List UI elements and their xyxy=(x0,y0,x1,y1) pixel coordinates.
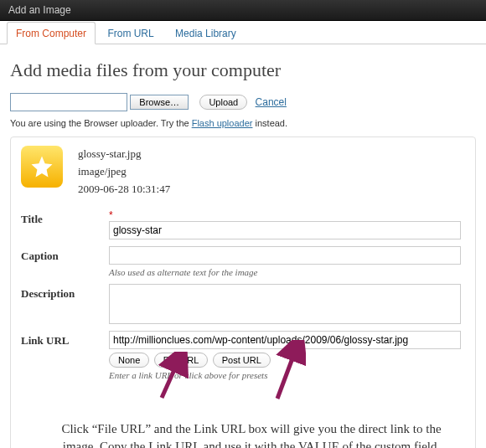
media-meta: glossy-star.jpg image/jpeg 2009-06-28 10… xyxy=(78,146,170,198)
browse-button[interactable]: Browse… xyxy=(130,95,189,110)
linkurl-label: Link URL xyxy=(21,327,109,384)
dialog-title: Add an Image xyxy=(8,4,71,16)
linkurl-none-button[interactable]: None xyxy=(109,353,149,368)
media-filename: glossy-star.jpg xyxy=(78,146,170,163)
media-item: glossy-star.jpg image/jpeg 2009-06-28 10… xyxy=(10,136,476,448)
annotation-text: Click “File URL” and the Link URL box wi… xyxy=(54,420,448,448)
arrow-icon xyxy=(272,340,306,402)
flash-uploader-link[interactable]: Flash uploader xyxy=(192,118,253,128)
tab-from-url[interactable]: From URL xyxy=(98,22,163,44)
arrow-icon xyxy=(155,352,189,402)
upload-row: Browse… Upload Cancel xyxy=(10,93,476,111)
media-head: glossy-star.jpg image/jpeg 2009-06-28 10… xyxy=(21,146,465,198)
caption-input[interactable] xyxy=(109,246,461,265)
media-date: 2009-06-28 10:31:47 xyxy=(78,181,170,198)
media-form: Title * Caption Also used as alternate t… xyxy=(21,206,465,384)
cancel-link[interactable]: Cancel xyxy=(256,96,287,108)
required-marker: * xyxy=(109,209,113,221)
annotation-arrows xyxy=(21,384,465,420)
dialog-header: Add an Image xyxy=(0,0,486,21)
star-icon xyxy=(29,154,54,179)
linkurl-posturl-button[interactable]: Post URL xyxy=(213,353,271,368)
upload-button[interactable]: Upload xyxy=(199,95,247,110)
thumbnail xyxy=(21,146,63,188)
uploader-note: You are using the Browser uploader. Try … xyxy=(10,118,476,128)
description-label: Description xyxy=(21,281,109,327)
uploader-note-pre: You are using the Browser uploader. Try … xyxy=(10,118,192,128)
content-area: Add media files from your computer Brows… xyxy=(0,44,486,448)
caption-label: Caption xyxy=(21,243,109,281)
svg-line-0 xyxy=(162,357,180,398)
title-input[interactable] xyxy=(109,221,461,239)
file-path-display xyxy=(10,93,127,111)
media-mime: image/jpeg xyxy=(78,163,170,181)
title-label: Title xyxy=(21,206,109,243)
description-input[interactable] xyxy=(109,284,461,324)
tab-media-library[interactable]: Media Library xyxy=(166,22,246,44)
page-heading: Add media files from your computer xyxy=(10,59,476,81)
svg-line-1 xyxy=(277,345,297,399)
media-tabs: From Computer From URL Media Library xyxy=(0,21,486,44)
tab-from-computer[interactable]: From Computer xyxy=(7,22,96,44)
caption-note: Also used as alternate text for the imag… xyxy=(109,267,465,277)
uploader-note-post: instead. xyxy=(252,118,287,128)
